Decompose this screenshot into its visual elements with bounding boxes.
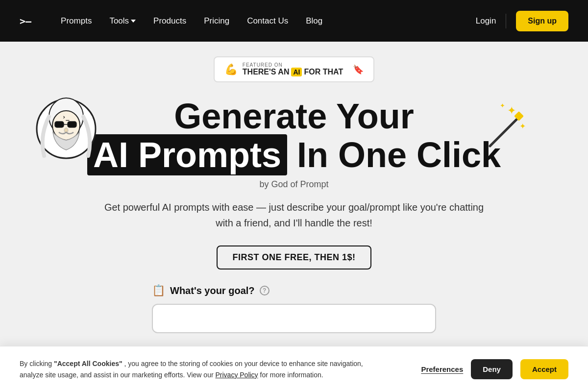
wizard-mascot: ›_: [34, 97, 93, 161]
login-link[interactable]: Login: [476, 16, 496, 26]
logo[interactable]: >—: [20, 15, 31, 27]
navbar-links: Prompts Tools Products Pricing Contact U…: [61, 16, 476, 26]
nav-divider: [506, 14, 506, 28]
svg-text:›_: ›_: [62, 114, 70, 121]
svg-text:✦: ✦: [519, 122, 526, 130]
sparkle-decoration: ✦ ✦ ✦: [475, 102, 534, 161]
featured-badge[interactable]: 💪 FEATURED ON THERE'S AN AI FOR THAT 🔖: [214, 56, 374, 82]
cookie-banner: By clicking "Accept All Cookies" , you a…: [0, 346, 588, 392]
main-content: 💪 FEATURED ON THERE'S AN AI FOR THAT 🔖: [0, 42, 588, 392]
nav-contact-us[interactable]: Contact Us: [247, 16, 288, 26]
nav-pricing[interactable]: Pricing: [204, 16, 229, 26]
svg-text:✦: ✦: [507, 104, 516, 117]
nav-tools[interactable]: Tools: [109, 16, 136, 26]
chevron-down-icon: [131, 20, 136, 23]
svg-text:✦: ✦: [500, 102, 505, 109]
badge-main-text: THERE'S AN AI FOR THAT: [243, 68, 343, 76]
nav-products[interactable]: Products: [153, 16, 186, 26]
deny-button[interactable]: Deny: [471, 359, 513, 379]
accept-button[interactable]: Accept: [520, 359, 568, 379]
badge-content: FEATURED ON THERE'S AN AI FOR THAT: [243, 62, 343, 76]
hero-section: ›_ ✦ ✦ ✦ Generate Your AI Prompts In One…: [24, 97, 564, 333]
goal-input[interactable]: [152, 304, 436, 333]
muscle-icon: 💪: [224, 63, 238, 76]
badge-prefix: FEATURED ON: [243, 62, 343, 68]
cookie-text: By clicking "Accept All Cookies" , you a…: [20, 358, 387, 380]
cookie-actions: Preferences Deny Accept: [421, 359, 568, 379]
pricing-badge: FIRST ONE FREE, THEN 1$!: [217, 245, 371, 270]
navbar: >— Prompts Tools Products Pricing Contac…: [0, 0, 588, 42]
svg-line-8: [490, 117, 519, 146]
hero-description: Get powerful AI prompts with ease — just…: [103, 199, 485, 231]
badge-ai-text: AI: [291, 68, 302, 76]
privacy-policy-link[interactable]: Privacy Policy: [215, 371, 258, 379]
ai-prompts-highlight: AI Prompts: [87, 134, 287, 175]
goal-section: 📋 What's your goal? ?: [152, 284, 436, 333]
logo-icon: >—: [20, 15, 31, 27]
preferences-button[interactable]: Preferences: [421, 365, 463, 373]
nav-blog[interactable]: Blog: [306, 16, 322, 26]
navbar-right: Login Sign up: [476, 11, 568, 31]
signup-button[interactable]: Sign up: [516, 11, 568, 31]
svg-rect-4: [68, 122, 76, 127]
bookmark-icon: 🔖: [353, 64, 364, 75]
goal-icon: 📋: [152, 284, 165, 297]
help-icon[interactable]: ?: [260, 286, 270, 295]
nav-prompts[interactable]: Prompts: [61, 16, 92, 26]
svg-rect-3: [55, 122, 64, 127]
goal-label: 📋 What's your goal? ?: [152, 284, 436, 297]
hero-subtitle: by God of Prompt: [24, 179, 564, 190]
